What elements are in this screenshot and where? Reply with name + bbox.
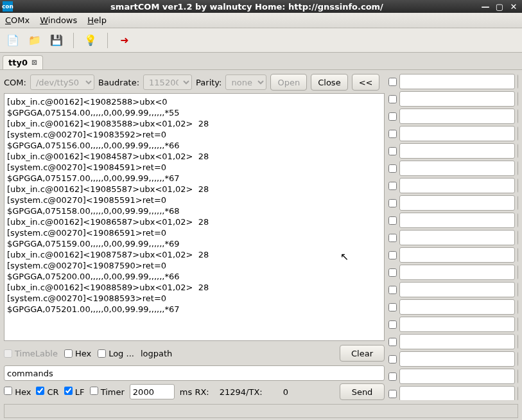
- quick-checkbox-04[interactable]: [388, 130, 397, 138]
- quick-input-02[interactable]: [399, 91, 515, 107]
- quick-button-06[interactable]: 06: [518, 161, 518, 176]
- quick-row-05: 05: [388, 143, 518, 159]
- quick-checkbox-02[interactable]: [388, 95, 397, 103]
- quick-input-19[interactable]: [399, 386, 515, 400]
- clear-button[interactable]: Clear: [340, 345, 385, 362]
- quick-button-07[interactable]: 07: [518, 178, 518, 193]
- quick-checkbox-17[interactable]: [388, 355, 397, 363]
- quick-input-11[interactable]: [399, 247, 515, 263]
- quick-checkbox-09[interactable]: [388, 216, 397, 225]
- quick-input-08[interactable]: [399, 195, 515, 211]
- minimize-button[interactable]: —: [480, 1, 491, 12]
- quick-checkbox-12[interactable]: [388, 268, 397, 277]
- tab-row: tty0 ⊠: [0, 53, 522, 70]
- quick-checkbox-05[interactable]: [388, 147, 397, 155]
- quick-checkbox-08[interactable]: [388, 199, 397, 207]
- menu-comx[interactable]: COMx: [5, 15, 30, 25]
- quick-button-08[interactable]: 08: [518, 195, 518, 211]
- open-button[interactable]: Open: [270, 74, 307, 91]
- quick-input-12[interactable]: [399, 265, 515, 280]
- hex-display-checkbox[interactable]: Hex: [64, 349, 91, 358]
- quick-input-05[interactable]: [399, 143, 515, 159]
- quick-input-10[interactable]: [399, 230, 515, 245]
- maximize-button[interactable]: ▢: [494, 1, 505, 12]
- quick-input-03[interactable]: [399, 109, 515, 124]
- quick-button-11[interactable]: 11: [518, 247, 518, 263]
- new-icon[interactable]: 📄: [5, 33, 21, 48]
- quick-button-16[interactable]: 16: [518, 334, 518, 349]
- quick-button-04[interactable]: 04: [518, 126, 518, 141]
- quick-checkbox-01[interactable]: [388, 78, 397, 86]
- quick-input-04[interactable]: [399, 126, 515, 141]
- timelabel-checkbox[interactable]: TimeLable: [4, 349, 58, 358]
- quick-button-05[interactable]: 05: [518, 143, 518, 159]
- open-icon[interactable]: 📁: [27, 33, 42, 48]
- quick-button-02[interactable]: 02: [518, 91, 518, 107]
- close-button[interactable]: Close: [311, 74, 347, 91]
- quick-input-06[interactable]: [399, 161, 515, 176]
- quick-button-14[interactable]: 14: [518, 299, 518, 315]
- tx-value: 0: [283, 387, 288, 397]
- rx-value: 21294/TX:: [220, 387, 263, 397]
- quick-button-17[interactable]: 17: [518, 351, 518, 367]
- quick-button-10[interactable]: 10: [518, 230, 518, 245]
- quick-checkbox-19[interactable]: [388, 390, 397, 398]
- quick-button-18[interactable]: 18: [518, 369, 518, 384]
- quick-row-03: 03: [388, 109, 518, 124]
- back-button[interactable]: <<: [352, 74, 380, 91]
- quick-input-13[interactable]: [399, 282, 515, 297]
- quick-button-13[interactable]: 13: [518, 282, 518, 297]
- quick-checkbox-10[interactable]: [388, 234, 397, 242]
- baud-select[interactable]: 115200: [143, 74, 192, 90]
- lightbulb-icon[interactable]: 💡: [83, 33, 98, 48]
- quick-row-09: 09: [388, 213, 518, 228]
- quick-button-03[interactable]: 03: [518, 109, 518, 124]
- quick-input-09[interactable]: [399, 213, 515, 228]
- log-checkbox[interactable]: Log ...: [98, 349, 134, 358]
- send-row: Hex CR LF Timer ms RX: 21294/TX: 0 Send: [4, 383, 385, 400]
- tab-close-icon[interactable]: ⊠: [31, 58, 37, 67]
- cr-checkbox[interactable]: CR: [36, 387, 58, 397]
- parity-select[interactable]: none: [225, 74, 266, 90]
- quick-checkbox-15[interactable]: [388, 320, 397, 329]
- quick-checkbox-07[interactable]: [388, 182, 397, 190]
- quick-button-19[interactable]: 19: [518, 386, 518, 400]
- quick-input-18[interactable]: [399, 369, 515, 384]
- com-select[interactable]: /dev/ttyS0: [30, 74, 94, 90]
- timer-checkbox[interactable]: Timer: [90, 387, 125, 397]
- quick-input-15[interactable]: [399, 317, 515, 332]
- options-row: TimeLable Hex Log ... logpath Clear: [4, 344, 385, 363]
- quick-checkbox-14[interactable]: [388, 303, 397, 311]
- quick-button-12[interactable]: 12: [518, 265, 518, 280]
- window-title: smartCOM ver1.2 by walnutcy Home: http:/…: [17, 2, 477, 12]
- quick-checkbox-18[interactable]: [388, 372, 397, 381]
- terminal-output[interactable]: [ubx_in.c@00162]<19082588>ubx<0 $GPGGA,0…: [4, 93, 385, 341]
- quick-checkbox-16[interactable]: [388, 338, 397, 346]
- quick-input-17[interactable]: [399, 351, 515, 367]
- timer-input[interactable]: [130, 384, 175, 399]
- quick-row-02: 02: [388, 91, 518, 107]
- quick-row-11: 11: [388, 247, 518, 263]
- quick-checkbox-03[interactable]: [388, 112, 397, 121]
- quick-row-07: 07: [388, 178, 518, 193]
- send-button[interactable]: Send: [340, 383, 385, 400]
- tab-tty0[interactable]: tty0 ⊠: [3, 55, 43, 69]
- quick-checkbox-11[interactable]: [388, 251, 397, 259]
- close-window-button[interactable]: ✕: [508, 1, 519, 12]
- quick-input-14[interactable]: [399, 299, 515, 315]
- quick-input-07[interactable]: [399, 178, 515, 193]
- quick-button-09[interactable]: 09: [518, 213, 518, 228]
- command-input[interactable]: [4, 365, 385, 381]
- lf-checkbox[interactable]: LF: [64, 387, 85, 397]
- quick-button-15[interactable]: 15: [518, 317, 518, 332]
- quick-button-01[interactable]: 01: [518, 74, 518, 89]
- menu-help[interactable]: Help: [87, 15, 107, 25]
- quick-checkbox-13[interactable]: [388, 286, 397, 294]
- save-icon[interactable]: 💾: [49, 33, 64, 48]
- quick-checkbox-06[interactable]: [388, 164, 397, 173]
- hex-send-checkbox[interactable]: Hex: [4, 387, 31, 397]
- menu-windows[interactable]: Windows: [40, 15, 77, 25]
- quick-input-16[interactable]: [399, 334, 515, 349]
- exit-icon[interactable]: ➜: [117, 33, 132, 48]
- quick-input-01[interactable]: [399, 74, 515, 89]
